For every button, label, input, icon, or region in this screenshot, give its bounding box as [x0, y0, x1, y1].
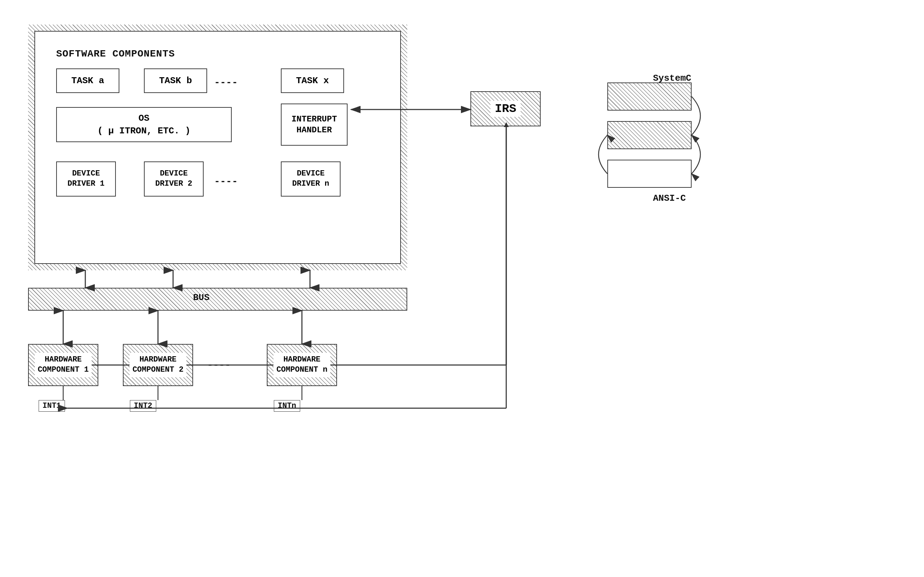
device-driver-1-box: DEVICE DRIVER 1 [56, 161, 116, 197]
task-a-label: TASK a [71, 76, 104, 86]
intn-label: INTn [274, 400, 300, 412]
hardware-component-2-box: HARDWARE COMPONENT 2 [123, 344, 193, 386]
bus-label: BUS [193, 292, 210, 303]
int1-label: INT1 [39, 400, 65, 412]
bus-bar [28, 288, 407, 311]
software-outer-box: SOFTWARE COMPONENTS TASK a TASK b ---- T… [28, 24, 407, 270]
systemc-box1 [607, 82, 692, 111]
interrupt-handler-box: INTERRUPT HANDLER [281, 103, 348, 146]
hardware-component-1-box: HARDWARE COMPONENT 1 [28, 344, 98, 386]
os-line1: OS [138, 112, 149, 124]
software-components-label: SOFTWARE COMPONENTS [56, 48, 175, 59]
task-b-label: TASK b [159, 76, 192, 86]
diagram-container: SOFTWARE COMPONENTS TASK a TASK b ---- T… [21, 18, 899, 562]
device-driver-2-box: DEVICE DRIVER 2 [144, 161, 204, 197]
os-line2: ( μ ITRON, ETC. ) [97, 124, 190, 137]
hw-dots: ---- [207, 360, 231, 371]
task-b-box: TASK b [144, 68, 207, 93]
os-box: OS ( μ ITRON, ETC. ) [56, 107, 232, 142]
task-x-label: TASK x [296, 76, 329, 86]
hardware-component-n-box: HARDWARE COMPONENT n [267, 344, 337, 386]
dd-dots: ---- [214, 176, 238, 187]
irs-box: IRS [471, 91, 541, 126]
ansic-box [607, 160, 692, 188]
ansic-label: ANSI-C [653, 193, 686, 203]
task-dots: ---- [214, 77, 238, 88]
irs-label: IRS [490, 101, 520, 117]
task-a-box: TASK a [56, 68, 119, 93]
interrupt-handler-label: INTERRUPT HANDLER [291, 114, 337, 135]
systemc-label: SystemC [653, 73, 691, 84]
task-x-box: TASK x [281, 68, 344, 93]
software-inner-box: SOFTWARE COMPONENTS TASK a TASK b ---- T… [34, 31, 401, 264]
device-driver-n-box: DEVICE DRIVER n [281, 161, 340, 197]
systemc-box2 [607, 121, 692, 149]
int2-label: INT2 [130, 400, 156, 412]
